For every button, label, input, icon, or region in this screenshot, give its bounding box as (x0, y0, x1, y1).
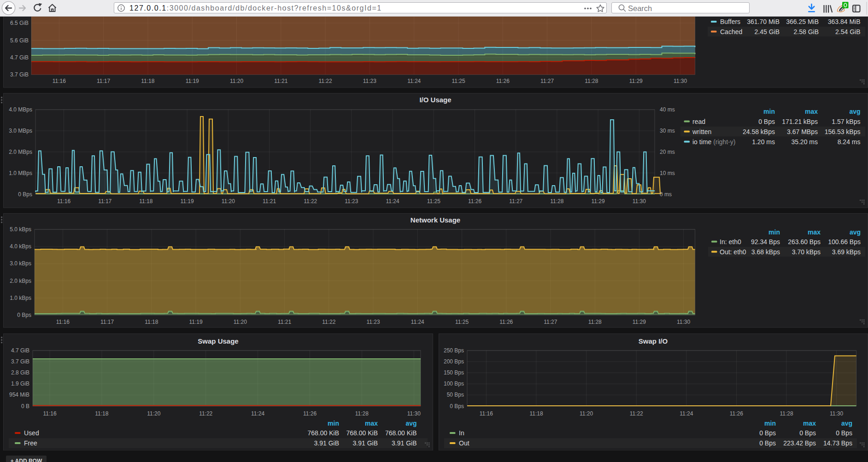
svg-text:11:29: 11:29 (629, 78, 643, 84)
svg-text:768.00 KiB: 768.00 KiB (385, 429, 417, 437)
svg-text:3.91 GiB: 3.91 GiB (392, 439, 416, 447)
svg-text:max: max (365, 419, 378, 427)
svg-text:11:26: 11:26 (496, 78, 510, 84)
svg-text:11:21: 11:21 (278, 319, 291, 325)
svg-text:11:20: 11:20 (230, 78, 243, 84)
svg-text:6.5 GiB: 6.5 GiB (10, 20, 29, 26)
svg-text:200 Bps: 200 Bps (444, 358, 464, 365)
svg-text:4.7 GiB: 4.7 GiB (10, 54, 29, 61)
svg-text:11:22: 11:22 (319, 78, 332, 84)
svg-text:2.0 kBps: 2.0 kBps (10, 278, 31, 284)
svg-text:In: eth0: In: eth0 (720, 238, 741, 246)
svg-text:1.9 GiB: 1.9 GiB (11, 380, 29, 387)
svg-text:3.70 kBps: 3.70 kBps (792, 248, 821, 256)
svg-text:3.0 MBps: 3.0 MBps (9, 128, 32, 134)
svg-text:0 Bps: 0 Bps (799, 429, 816, 437)
svg-text:1.20 ms: 1.20 ms (752, 138, 775, 146)
svg-text:40 ms: 40 ms (660, 106, 675, 113)
svg-text:11:16: 11:16 (57, 198, 70, 205)
svg-text:Swap Usage: Swap Usage (198, 337, 238, 345)
svg-text:Out: Out (459, 439, 469, 447)
svg-text:363.84 MiB: 363.84 MiB (828, 18, 861, 25)
svg-text:11:22: 11:22 (322, 319, 335, 325)
svg-text:11:18: 11:18 (145, 319, 158, 325)
svg-text:3.69 kBps: 3.69 kBps (832, 248, 861, 256)
svg-text:1.57 kBps: 1.57 kBps (832, 118, 860, 125)
svg-text:263.60 Bps: 263.60 Bps (788, 238, 821, 246)
svg-text:11:24: 11:24 (680, 410, 693, 416)
svg-text:Out: eth0: Out: eth0 (720, 248, 746, 256)
svg-text:Used: Used (24, 429, 39, 437)
svg-text:11:28: 11:28 (780, 410, 793, 416)
svg-text:3.7 GiB: 3.7 GiB (10, 71, 29, 78)
svg-text:avg: avg (849, 108, 860, 115)
svg-text:24.58 kBps: 24.58 kBps (743, 128, 775, 135)
svg-text:11:22: 11:22 (630, 410, 643, 416)
svg-text:written: written (692, 128, 711, 135)
svg-text:read: read (692, 118, 705, 125)
svg-text:4.7 GiB: 4.7 GiB (11, 347, 29, 354)
svg-text:I/O Usage: I/O Usage (419, 96, 451, 104)
svg-text:223.42 Bps: 223.42 Bps (783, 439, 816, 447)
svg-text:11:20: 11:20 (222, 198, 235, 205)
svg-text:10 ms: 10 ms (660, 170, 675, 176)
svg-text:0 B: 0 B (21, 403, 29, 409)
svg-text:11:19: 11:19 (181, 198, 194, 205)
svg-text:11:30: 11:30 (674, 78, 687, 84)
svg-text:avg: avg (850, 228, 861, 236)
svg-text:0 Bps: 0 Bps (17, 312, 31, 318)
svg-text:11:16: 11:16 (480, 410, 493, 416)
svg-text:11:30: 11:30 (633, 198, 646, 205)
svg-text:avg: avg (405, 419, 416, 427)
svg-text:11:25: 11:25 (455, 319, 469, 325)
svg-text:150 Bps: 150 Bps (444, 369, 464, 376)
svg-text:4.0 kBps: 4.0 kBps (10, 243, 31, 250)
svg-text:11:24: 11:24 (386, 198, 399, 205)
svg-text:0 ms: 0 ms (660, 191, 672, 198)
svg-text:11:30: 11:30 (407, 410, 421, 416)
svg-text:max: max (808, 228, 821, 236)
svg-text:50 Bps: 50 Bps (447, 392, 464, 398)
svg-text:2.58 GiB: 2.58 GiB (794, 28, 819, 35)
svg-text:avg: avg (841, 419, 852, 427)
svg-text:768.00 KiB: 768.00 KiB (308, 429, 340, 437)
svg-text:0 Bps: 0 Bps (450, 403, 464, 409)
svg-text:11:21: 11:21 (263, 198, 276, 205)
svg-text:2.54 GiB: 2.54 GiB (835, 28, 860, 35)
svg-text:5.6 GiB: 5.6 GiB (10, 37, 29, 44)
svg-text:min: min (328, 419, 339, 427)
svg-text:11:26: 11:26 (468, 198, 481, 205)
svg-text:11:28: 11:28 (355, 410, 369, 416)
svg-text:3.7 GiB: 3.7 GiB (11, 358, 29, 365)
svg-text:2.45 GiB: 2.45 GiB (755, 28, 780, 35)
svg-text:11:26: 11:26 (303, 410, 317, 416)
svg-text:954 MiB: 954 MiB (9, 392, 29, 398)
svg-text:11:21: 11:21 (274, 78, 287, 84)
svg-text:2.8 GiB: 2.8 GiB (11, 369, 29, 376)
svg-text:min: min (763, 108, 775, 115)
svg-text:11:28: 11:28 (550, 198, 563, 205)
svg-text:max: max (805, 108, 818, 115)
svg-text:11:16: 11:16 (53, 78, 66, 84)
svg-text:11:17: 11:17 (98, 198, 111, 205)
svg-text:0 Bps: 0 Bps (18, 191, 32, 198)
svg-text:0 Bps: 0 Bps (758, 118, 775, 125)
svg-text:0 Bps: 0 Bps (836, 429, 852, 437)
svg-text:3.91 GiB: 3.91 GiB (314, 439, 339, 447)
svg-text:768.00 KiB: 768.00 KiB (346, 429, 378, 437)
svg-text:11:27: 11:27 (540, 78, 554, 84)
svg-text:11:20: 11:20 (580, 410, 593, 416)
svg-text:3.68 kBps: 3.68 kBps (751, 248, 780, 256)
svg-text:361.70 MiB: 361.70 MiB (747, 18, 780, 25)
svg-text:11:23: 11:23 (345, 198, 358, 205)
svg-text:11:25: 11:25 (452, 78, 465, 84)
svg-text:11:20: 11:20 (234, 319, 247, 325)
svg-text:171.21 kBps: 171.21 kBps (782, 118, 818, 125)
svg-text:Cached: Cached (720, 28, 742, 35)
svg-text:11:16: 11:16 (43, 410, 56, 416)
svg-text:io time (right-y): io time (right-y) (692, 138, 735, 146)
svg-text:11:24: 11:24 (411, 319, 424, 325)
svg-text:14.73 Bps: 14.73 Bps (823, 439, 852, 447)
svg-text:156.53 kBps: 156.53 kBps (825, 128, 861, 135)
svg-text:5.0 kBps: 5.0 kBps (10, 226, 31, 233)
